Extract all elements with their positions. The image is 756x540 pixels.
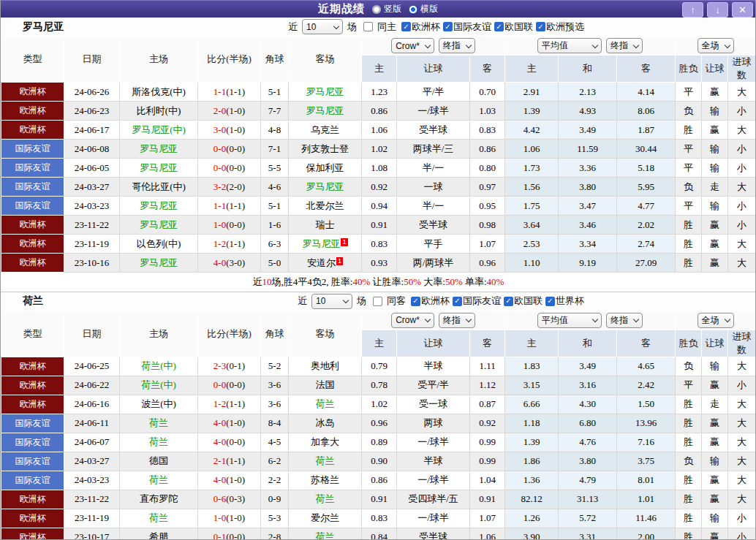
chevron-down-icon [333, 23, 339, 28]
score: 2-1(1-1) [198, 452, 261, 471]
same-venue-checkbox[interactable] [373, 297, 382, 306]
avg-stage-select[interactable]: 终指 [606, 38, 643, 53]
avg-draw-odds: 31.13 [559, 490, 617, 509]
bookmaker-select[interactable]: Crow* [391, 38, 434, 53]
win-draw-loss-result: 胜 [676, 254, 702, 273]
score: 2-0(1-0) [198, 102, 261, 121]
avg-odds-group: 平均值 终指 [505, 37, 676, 56]
handicap-result: 赢 [702, 471, 728, 490]
avg-home-odds: 4.42 [505, 121, 559, 140]
avg-home-odds: 3.15 [505, 376, 559, 395]
col-header-corner: 角球 [261, 311, 289, 357]
odds-home: 0.96 [362, 414, 397, 433]
home-team: 斯洛伐克(中) [120, 83, 198, 102]
handicap-result: 输 [702, 452, 728, 471]
league-filter-checkbox[interactable]: ✓欧国联 [491, 20, 533, 34]
odds-away: 1.07 [470, 235, 505, 254]
odds-away: 1.06 [470, 528, 505, 540]
team-name: 荷兰 [23, 294, 43, 308]
odds-away: 1.11 [470, 357, 505, 376]
match-count-select[interactable]: 10 [302, 19, 343, 34]
avg-away-odds: 2.42 [617, 376, 676, 395]
period-select[interactable]: 全场 [698, 38, 734, 53]
match-date: 24-03-27 [64, 178, 120, 197]
bookmaker-select[interactable]: Crow* [391, 313, 434, 328]
match-date: 24-03-27 [64, 452, 120, 471]
avg-home-odds: 1.18 [505, 414, 559, 433]
avg-draw-odds: 5.72 [559, 509, 617, 528]
avg-away-odds: 13.96 [617, 414, 676, 433]
odds-home: 0.78 [362, 376, 397, 395]
checkbox-icon: ✓ [504, 297, 513, 306]
league-filter-checkbox[interactable]: ✓欧洲杯 [408, 294, 450, 308]
away-team: 荷兰 [289, 528, 362, 540]
avg-away-odds: 2.74 [617, 235, 676, 254]
league-filter-checkbox[interactable]: ✓欧洲杯 [398, 20, 440, 34]
avg-away-odds: 7.16 [617, 433, 676, 452]
avg-stage-select[interactable]: 终指 [606, 313, 643, 328]
away-team: 奥地利 [289, 357, 362, 376]
avg-home-odds: 2.91 [505, 83, 559, 102]
same-venue-checkbox[interactable] [363, 22, 373, 31]
home-team: 荷兰 [120, 471, 198, 490]
match-date: 23-10-17 [64, 528, 120, 540]
match-count-select[interactable]: 10 [311, 294, 352, 309]
league-badge: 欧洲杯 [1, 254, 64, 273]
score: 1-0(0-0) [198, 216, 261, 235]
win-draw-loss-result: 胜 [676, 395, 702, 414]
odds-away: 0.97 [470, 178, 505, 197]
avg-away-odds: 1.50 [617, 395, 676, 414]
average-select[interactable]: 平均值 [537, 38, 602, 53]
chevron-down-icon [466, 316, 472, 322]
corner-count: 5-0 [261, 254, 289, 273]
win-draw-loss-result: 胜 [676, 121, 702, 140]
move-down-button[interactable]: ↓ [707, 2, 728, 18]
avg-away-odds: 5.95 [617, 178, 676, 197]
avg-away-odds: 11.46 [617, 509, 676, 528]
odds-away: 0.91 [470, 490, 505, 509]
league-badge: 欧洲杯 [1, 528, 64, 540]
move-up-button[interactable]: ↑ [682, 2, 703, 18]
avg-draw-odds: 3.36 [559, 159, 617, 178]
league-filter-checkbox[interactable]: ✓欧洲预选 [533, 20, 584, 34]
league-filter-checkbox[interactable]: ✓国际友谊 [440, 20, 491, 34]
odds-handicap: 平手 [397, 235, 470, 254]
odds-handicap: 一/球半 [397, 471, 470, 490]
corner-count: 2-8 [261, 528, 289, 540]
league-filter-checkbox[interactable]: ✓欧国联 [501, 294, 543, 308]
score: 0-0(0-0) [198, 159, 261, 178]
score: 3-2(2-0) [198, 178, 261, 197]
sub-header-avg-draw: 和 [559, 56, 617, 83]
win-draw-loss-result: 胜 [676, 216, 702, 235]
handicap-result: 走 [702, 395, 728, 414]
corner-count: 5-2 [261, 357, 289, 376]
league-badge: 欧洲杯 [1, 490, 64, 509]
avg-away-odds: 4.14 [617, 83, 676, 102]
odds-away: 0.95 [470, 197, 505, 216]
over-under-result: 小 [728, 528, 756, 540]
period-select[interactable]: 全场 [698, 313, 734, 328]
odds-stage-select[interactable]: 终指 [439, 38, 475, 53]
table-row: 欧洲杯 23-11-22 直布罗陀 0-6(0-3) 0-9 荷兰 0.91 受… [1, 490, 756, 509]
average-select[interactable]: 平均值 [537, 313, 602, 328]
checkbox-icon: ✓ [411, 297, 420, 306]
corner-count: 5-1 [261, 197, 289, 216]
away-team: 罗马尼亚 [289, 178, 362, 197]
col-header-type: 类型 [1, 311, 64, 357]
layout-radio-horizontal[interactable]: 横版 [409, 3, 438, 15]
win-draw-loss-result: 胜 [676, 490, 702, 509]
league-filter-checkbox[interactable]: ✓世界杯 [543, 294, 584, 308]
avg-away-odds: 30.44 [617, 140, 676, 159]
league-filter-checkbox[interactable]: ✓国际友谊 [450, 294, 501, 308]
corner-count: 4-6 [261, 178, 289, 197]
avg-home-odds: 1.06 [505, 140, 559, 159]
layout-radio-vertical[interactable]: 竖版 [372, 3, 401, 15]
handicap-result: 输 [702, 102, 728, 121]
sub-header-avg-away: 客 [617, 56, 676, 83]
league-badge: 欧洲杯 [1, 121, 64, 140]
odds-stage-select[interactable]: 终指 [439, 313, 475, 328]
over-under-result: 小 [728, 159, 756, 178]
sub-header-handicap-result: 让球 [702, 330, 728, 357]
league-badge: 欧洲杯 [1, 357, 64, 376]
close-button[interactable]: ✕ [732, 2, 753, 18]
